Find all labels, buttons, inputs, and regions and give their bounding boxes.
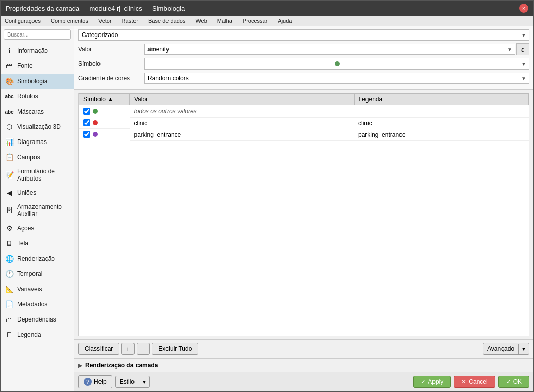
avancado-arrow-icon: ▼ bbox=[518, 344, 529, 354]
apply-label: Apply bbox=[428, 378, 443, 385]
sidebar-item-campos[interactable]: 📋 Campos bbox=[1, 150, 74, 165]
menu-web[interactable]: Web bbox=[193, 17, 209, 25]
avancado-combo[interactable]: Avançado ▼ bbox=[483, 343, 529, 355]
epsilon-button[interactable]: ε bbox=[516, 43, 529, 55]
sidebar-label-rotulos: Rótulos bbox=[17, 93, 38, 100]
gradiente-select[interactable]: Random colors bbox=[144, 73, 529, 84]
sidebar-item-simbologia[interactable]: 🎨 Simbologia bbox=[1, 74, 74, 89]
render-section: ▶ Renderização da camada bbox=[74, 358, 533, 372]
table-row: todos os outros valores bbox=[79, 105, 529, 118]
sidebar-item-metadados[interactable]: 📄 Metadados bbox=[1, 297, 74, 312]
sidebar-item-unioes[interactable]: ◀ Uniões bbox=[1, 185, 74, 200]
apply-button[interactable]: ✓ Apply bbox=[413, 376, 451, 388]
sidebar-item-armazenamento[interactable]: 🗄 Armazenamento Auxiliar bbox=[1, 200, 74, 221]
form-icon: 📝 bbox=[5, 170, 14, 180]
title-bar: Propriedades da camada — module4 rj_clin… bbox=[1, 1, 533, 16]
sidebar-item-dependencias[interactable]: 🗃 Dependências bbox=[1, 312, 74, 327]
masks-icon: abc bbox=[5, 107, 14, 116]
menu-raster[interactable]: Raster bbox=[120, 17, 140, 25]
sidebar-label-renderizacao: Renderização bbox=[17, 255, 55, 262]
render-type-select[interactable]: Categorizado bbox=[78, 29, 529, 41]
simbolo-preview-wrapper: ▼ bbox=[144, 58, 529, 70]
help-icon: ? bbox=[84, 378, 92, 386]
sidebar-label-formulario: Formulário de Atributos bbox=[17, 168, 70, 182]
ok-label: OK bbox=[513, 378, 522, 385]
cancel-label: Cancel bbox=[469, 378, 487, 385]
render-section-label: Renderização da camada bbox=[85, 362, 158, 369]
sidebar-item-legenda[interactable]: 🗒 Legenda bbox=[1, 327, 74, 342]
search-input[interactable] bbox=[4, 29, 71, 40]
col-legenda: Legenda bbox=[354, 94, 529, 105]
right-panel: Categorizado ▼ Valor amenity abc ▼ bbox=[74, 26, 533, 391]
row1-checkbox[interactable] bbox=[83, 119, 90, 126]
sidebar-item-diagramas[interactable]: 📊 Diagramas bbox=[1, 134, 74, 150]
sidebar-label-campos: Campos bbox=[17, 154, 40, 161]
symbol-table: Símbolo ▲ Valor Legenda bbox=[79, 93, 529, 141]
sidebar-item-fonte[interactable]: 🗃 Fonte bbox=[1, 58, 74, 74]
sidebar-item-informacao[interactable]: ℹ Informação bbox=[1, 43, 74, 58]
menu-configuracoes[interactable]: Configurações bbox=[3, 17, 43, 25]
sidebar-label-metadados: Metadados bbox=[17, 301, 47, 308]
add-icon: + bbox=[126, 345, 130, 353]
render-arrow-icon[interactable]: ▶ bbox=[78, 362, 82, 369]
variables-icon: 📐 bbox=[5, 284, 14, 294]
add-button[interactable]: + bbox=[121, 343, 135, 355]
help-button[interactable]: ? Help bbox=[78, 375, 112, 388]
row0-value-cell: todos os outros valores bbox=[130, 105, 355, 118]
menu-base-de-dados[interactable]: Base de dados bbox=[146, 17, 187, 25]
sidebar-item-temporal[interactable]: 🕐 Temporal bbox=[1, 266, 74, 281]
symbol-dot-icon bbox=[335, 61, 340, 66]
remove-button[interactable]: − bbox=[137, 343, 150, 355]
style-combo[interactable]: Estilo ▼ bbox=[115, 376, 150, 388]
cancel-cross-icon: ✕ bbox=[461, 378, 466, 385]
sidebar-label-legenda: Legenda bbox=[17, 331, 41, 338]
sidebar-item-variaveis[interactable]: 📐 Variáveis bbox=[1, 281, 74, 297]
menu-processar[interactable]: Processar bbox=[241, 17, 270, 25]
row1-value-cell: clinic bbox=[130, 117, 355, 129]
row0-symbol-cell bbox=[79, 105, 130, 117]
labels-icon: abc bbox=[5, 92, 14, 101]
sidebar-label-simbologia: Simbologia bbox=[17, 78, 47, 85]
sidebar-label-fonte: Fonte bbox=[17, 62, 33, 69]
sidebar-item-renderizacao[interactable]: 🌐 Renderização bbox=[1, 251, 74, 266]
valor-select[interactable]: amenity bbox=[144, 44, 515, 55]
table-row: clinic clinic bbox=[79, 117, 529, 129]
menu-vetor[interactable]: Vetor bbox=[96, 17, 114, 25]
classificar-button[interactable]: Classificar bbox=[78, 343, 119, 355]
style-label: Estilo bbox=[116, 376, 139, 387]
cancel-button[interactable]: ✕ Cancel bbox=[454, 376, 495, 388]
row1-value: clinic bbox=[134, 120, 148, 127]
main-content: ℹ Informação 🗃 Fonte 🎨 Simbologia abc Ró… bbox=[1, 26, 533, 391]
sidebar-item-visualizacao3d[interactable]: ⬡ Visualização 3D bbox=[1, 119, 74, 134]
row0-legend-cell bbox=[354, 105, 529, 118]
apply-check-icon: ✓ bbox=[421, 378, 426, 385]
menu-complementos[interactable]: Complementos bbox=[49, 17, 90, 25]
sidebar-item-tela[interactable]: 🖥 Tela bbox=[1, 236, 74, 251]
help-label: Help bbox=[94, 378, 107, 385]
menu-malha[interactable]: Malha bbox=[215, 17, 235, 25]
style-arrow-icon: ▼ bbox=[139, 377, 149, 387]
sidebar-item-formulario[interactable]: 📝 Formulário de Atributos bbox=[1, 165, 74, 185]
search-box bbox=[1, 26, 74, 43]
row2-checkbox[interactable] bbox=[83, 131, 90, 138]
row0-checkbox[interactable] bbox=[83, 108, 90, 115]
sidebar-label-temporal: Temporal bbox=[17, 270, 42, 277]
bottom-toolbar: Classificar + − Excluir Tudo Avançado ▼ bbox=[74, 339, 533, 358]
symbology-icon: 🎨 bbox=[5, 77, 14, 86]
sidebar-item-mascaras[interactable]: abc Máscaras bbox=[1, 104, 74, 119]
col-simbolo: Símbolo ▲ bbox=[79, 94, 130, 105]
menu-ajuda[interactable]: Ajuda bbox=[276, 17, 294, 25]
excluir-button[interactable]: Excluir Tudo bbox=[152, 343, 198, 355]
close-button[interactable]: × bbox=[519, 4, 528, 13]
simbolo-preview[interactable] bbox=[144, 58, 529, 70]
remove-icon: − bbox=[142, 345, 146, 353]
ok-check-icon: ✓ bbox=[506, 378, 511, 385]
diagrams-icon: 📊 bbox=[5, 137, 14, 147]
ok-button[interactable]: ✓ OK bbox=[498, 376, 529, 388]
valor-label: Valor bbox=[78, 46, 144, 53]
bottom-buttons: ? Help Estilo ▼ ✓ Apply ✕ Cancel ✓ bbox=[74, 372, 533, 391]
sidebar-item-rotulos[interactable]: abc Rótulos bbox=[1, 89, 74, 104]
gradiente-label: Gradiente de cores bbox=[78, 75, 144, 82]
3d-icon: ⬡ bbox=[5, 122, 14, 131]
sidebar-item-acoes[interactable]: ⚙ Ações bbox=[1, 221, 74, 236]
